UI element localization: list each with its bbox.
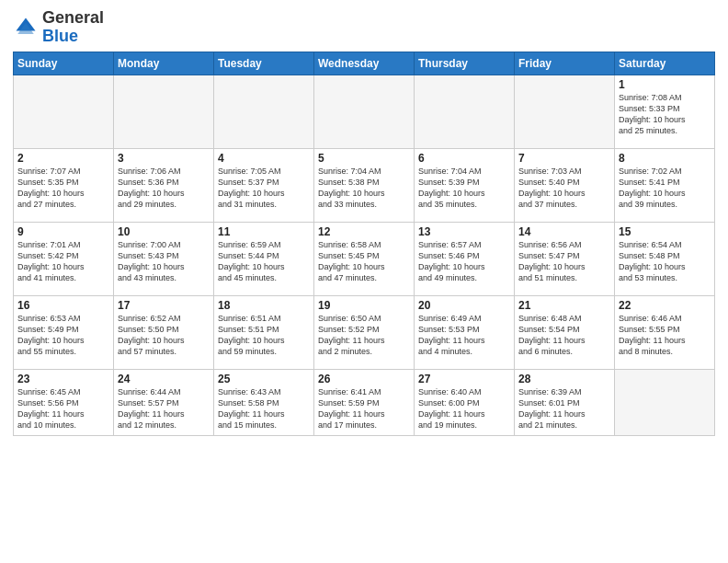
day-number: 20 [418, 299, 510, 312]
day-info: Sunrise: 7:00 AM Sunset: 5:43 PM Dayligh… [118, 239, 210, 284]
day-number: 22 [619, 299, 711, 312]
day-info: Sunrise: 6:53 AM Sunset: 5:49 PM Dayligh… [17, 313, 109, 358]
day-number: 1 [619, 78, 711, 91]
page-header: General Blue [13, 9, 715, 46]
day-number: 27 [418, 373, 510, 385]
day-info: Sunrise: 7:01 AM Sunset: 5:42 PM Dayligh… [17, 239, 109, 284]
day-info: Sunrise: 6:57 AM Sunset: 5:46 PM Dayligh… [418, 239, 510, 284]
day-number: 5 [318, 152, 410, 165]
calendar-day-header: Wednesday [314, 52, 415, 75]
day-info: Sunrise: 6:43 AM Sunset: 5:58 PM Dayligh… [218, 386, 310, 431]
day-number: 3 [118, 152, 210, 165]
calendar-day-header: Thursday [415, 52, 515, 75]
day-info: Sunrise: 6:59 AM Sunset: 5:44 PM Dayligh… [218, 239, 310, 284]
day-number: 11 [218, 225, 310, 238]
calendar-cell: 12Sunrise: 6:58 AM Sunset: 5:45 PM Dayli… [314, 222, 415, 295]
day-info: Sunrise: 6:56 AM Sunset: 5:47 PM Dayligh… [518, 239, 610, 284]
calendar-cell: 8Sunrise: 7:02 AM Sunset: 5:41 PM Daylig… [615, 148, 715, 222]
calendar-cell: 27Sunrise: 6:40 AM Sunset: 6:00 PM Dayli… [415, 369, 515, 435]
day-number: 17 [118, 299, 210, 312]
day-info: Sunrise: 6:39 AM Sunset: 6:01 PM Dayligh… [518, 386, 610, 431]
calendar-cell: 19Sunrise: 6:50 AM Sunset: 5:52 PM Dayli… [314, 295, 415, 369]
calendar-cell: 17Sunrise: 6:52 AM Sunset: 5:50 PM Dayli… [114, 295, 214, 369]
calendar-cell: 20Sunrise: 6:49 AM Sunset: 5:53 PM Dayli… [415, 295, 515, 369]
calendar-table: SundayMondayTuesdayWednesdayThursdayFrid… [13, 52, 715, 436]
day-number: 15 [619, 225, 711, 238]
calendar-cell: 22Sunrise: 6:46 AM Sunset: 5:55 PM Dayli… [615, 295, 715, 369]
logo: General Blue [13, 9, 104, 46]
day-number: 16 [17, 299, 109, 312]
day-info: Sunrise: 7:08 AM Sunset: 5:33 PM Dayligh… [619, 92, 711, 137]
day-number: 18 [218, 299, 310, 312]
day-info: Sunrise: 6:48 AM Sunset: 5:54 PM Dayligh… [518, 313, 610, 358]
day-info: Sunrise: 6:54 AM Sunset: 5:48 PM Dayligh… [619, 239, 711, 284]
day-number: 10 [118, 225, 210, 238]
logo-icon [13, 15, 39, 40]
calendar-cell: 16Sunrise: 6:53 AM Sunset: 5:49 PM Dayli… [14, 295, 114, 369]
calendar-cell: 1Sunrise: 7:08 AM Sunset: 5:33 PM Daylig… [615, 75, 715, 148]
day-number: 19 [318, 299, 410, 312]
calendar-week-row: 23Sunrise: 6:45 AM Sunset: 5:56 PM Dayli… [14, 369, 715, 435]
logo-text: General Blue [42, 9, 104, 46]
day-number: 25 [218, 373, 310, 385]
day-info: Sunrise: 6:50 AM Sunset: 5:52 PM Dayligh… [318, 313, 410, 358]
day-number: 23 [17, 373, 109, 385]
calendar-cell [314, 75, 415, 148]
calendar-cell: 13Sunrise: 6:57 AM Sunset: 5:46 PM Dayli… [415, 222, 515, 295]
day-info: Sunrise: 6:51 AM Sunset: 5:51 PM Dayligh… [218, 313, 310, 358]
calendar-day-header: Friday [515, 52, 615, 75]
calendar-cell: 25Sunrise: 6:43 AM Sunset: 5:58 PM Dayli… [214, 369, 314, 435]
day-info: Sunrise: 6:46 AM Sunset: 5:55 PM Dayligh… [619, 313, 711, 358]
calendar-week-row: 2Sunrise: 7:07 AM Sunset: 5:35 PM Daylig… [14, 148, 715, 222]
day-number: 6 [418, 152, 510, 165]
calendar-day-header: Sunday [14, 52, 114, 75]
calendar-day-header: Monday [114, 52, 214, 75]
calendar-cell: 26Sunrise: 6:41 AM Sunset: 5:59 PM Dayli… [314, 369, 415, 435]
calendar-cell [14, 75, 114, 148]
calendar-cell: 14Sunrise: 6:56 AM Sunset: 5:47 PM Dayli… [515, 222, 615, 295]
day-info: Sunrise: 6:41 AM Sunset: 5:59 PM Dayligh… [318, 386, 410, 431]
day-number: 24 [118, 373, 210, 385]
calendar-cell: 7Sunrise: 7:03 AM Sunset: 5:40 PM Daylig… [515, 148, 615, 222]
calendar-week-row: 16Sunrise: 6:53 AM Sunset: 5:49 PM Dayli… [14, 295, 715, 369]
day-info: Sunrise: 7:02 AM Sunset: 5:41 PM Dayligh… [619, 166, 711, 211]
day-number: 9 [17, 225, 109, 238]
calendar-header-row: SundayMondayTuesdayWednesdayThursdayFrid… [14, 52, 715, 75]
day-number: 12 [318, 225, 410, 238]
day-info: Sunrise: 6:58 AM Sunset: 5:45 PM Dayligh… [318, 239, 410, 284]
day-number: 4 [218, 152, 310, 165]
calendar-cell [214, 75, 314, 148]
calendar-cell: 3Sunrise: 7:06 AM Sunset: 5:36 PM Daylig… [114, 148, 214, 222]
day-number: 7 [518, 152, 610, 165]
day-info: Sunrise: 6:49 AM Sunset: 5:53 PM Dayligh… [418, 313, 510, 358]
day-number: 28 [518, 373, 610, 385]
calendar-cell [114, 75, 214, 148]
day-number: 14 [518, 225, 610, 238]
day-number: 21 [518, 299, 610, 312]
calendar-cell: 23Sunrise: 6:45 AM Sunset: 5:56 PM Dayli… [14, 369, 114, 435]
calendar-week-row: 9Sunrise: 7:01 AM Sunset: 5:42 PM Daylig… [14, 222, 715, 295]
calendar-cell: 15Sunrise: 6:54 AM Sunset: 5:48 PM Dayli… [615, 222, 715, 295]
day-info: Sunrise: 7:07 AM Sunset: 5:35 PM Dayligh… [17, 166, 109, 211]
calendar-day-header: Tuesday [214, 52, 314, 75]
day-info: Sunrise: 7:06 AM Sunset: 5:36 PM Dayligh… [118, 166, 210, 211]
calendar-cell: 5Sunrise: 7:04 AM Sunset: 5:38 PM Daylig… [314, 148, 415, 222]
day-info: Sunrise: 6:40 AM Sunset: 6:00 PM Dayligh… [418, 386, 510, 431]
day-info: Sunrise: 6:45 AM Sunset: 5:56 PM Dayligh… [17, 386, 109, 431]
day-number: 26 [318, 373, 410, 385]
calendar-cell: 21Sunrise: 6:48 AM Sunset: 5:54 PM Dayli… [515, 295, 615, 369]
calendar-cell [415, 75, 515, 148]
calendar-cell: 10Sunrise: 7:00 AM Sunset: 5:43 PM Dayli… [114, 222, 214, 295]
day-info: Sunrise: 7:05 AM Sunset: 5:37 PM Dayligh… [218, 166, 310, 211]
day-info: Sunrise: 6:44 AM Sunset: 5:57 PM Dayligh… [118, 386, 210, 431]
calendar-cell: 28Sunrise: 6:39 AM Sunset: 6:01 PM Dayli… [515, 369, 615, 435]
calendar-cell: 2Sunrise: 7:07 AM Sunset: 5:35 PM Daylig… [14, 148, 114, 222]
day-info: Sunrise: 7:04 AM Sunset: 5:39 PM Dayligh… [418, 166, 510, 211]
calendar-cell [515, 75, 615, 148]
day-info: Sunrise: 7:03 AM Sunset: 5:40 PM Dayligh… [518, 166, 610, 211]
calendar-cell: 24Sunrise: 6:44 AM Sunset: 5:57 PM Dayli… [114, 369, 214, 435]
calendar-day-header: Saturday [615, 52, 715, 75]
logo-general: General [42, 8, 104, 27]
day-info: Sunrise: 6:52 AM Sunset: 5:50 PM Dayligh… [118, 313, 210, 358]
calendar-cell: 4Sunrise: 7:05 AM Sunset: 5:37 PM Daylig… [214, 148, 314, 222]
